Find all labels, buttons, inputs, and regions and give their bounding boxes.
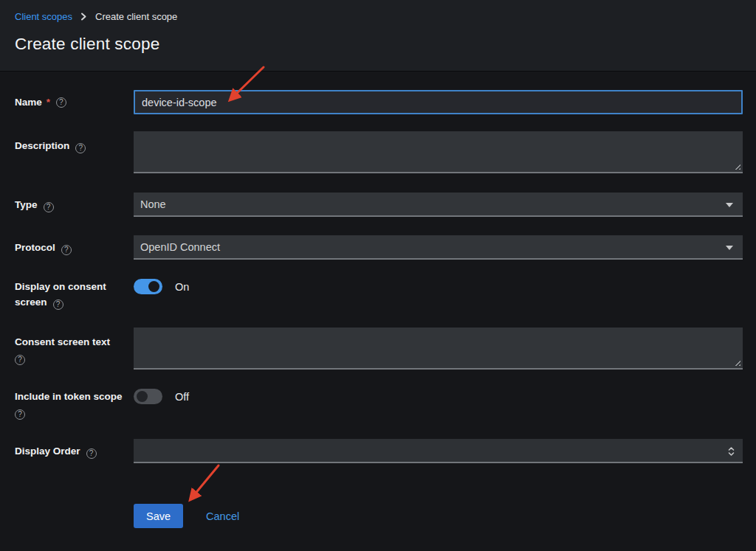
chevron-right-icon xyxy=(80,13,87,21)
protocol-row: Protocol? OpenID Connect xyxy=(15,235,743,260)
breadcrumb-current: Create client scope xyxy=(95,11,177,22)
include-in-token-scope-row: Include in token scope ? Off xyxy=(15,389,743,421)
help-icon[interactable]: ? xyxy=(61,245,72,255)
description-textarea[interactable] xyxy=(134,131,743,173)
toggle-knob xyxy=(148,281,159,292)
save-button[interactable]: Save xyxy=(134,504,183,528)
create-client-scope-form: Name * ? Description? Type? xyxy=(0,72,756,528)
help-icon[interactable]: ? xyxy=(15,409,25,420)
help-icon[interactable]: ? xyxy=(15,355,25,365)
number-stepper-icon[interactable] xyxy=(727,446,735,457)
name-row: Name * ? xyxy=(15,90,743,114)
help-icon[interactable]: ? xyxy=(56,97,66,108)
type-label: Type? xyxy=(15,197,134,212)
breadcrumb: Client scopes Create client scope xyxy=(15,11,738,22)
actions-spacer xyxy=(15,504,134,528)
display-order-label-text: Display Order xyxy=(15,446,80,457)
type-selected-value: None xyxy=(140,198,166,210)
help-icon[interactable]: ? xyxy=(75,143,86,153)
display-order-row: Display Order? xyxy=(15,439,743,463)
page-header: Client scopes Create client scope Create… xyxy=(0,0,756,72)
include-in-token-scope-state: Off xyxy=(175,391,189,403)
consent-screen-text-row: Consent screen text ? xyxy=(15,328,743,370)
protocol-select[interactable]: OpenID Connect xyxy=(134,235,743,260)
consent-screen-text-label: Consent screen text ? xyxy=(15,328,134,370)
help-icon[interactable]: ? xyxy=(44,202,54,212)
include-in-token-scope-label: Include in token scope ? xyxy=(15,389,134,421)
type-row: Type? None xyxy=(15,193,743,217)
name-label: Name * ? xyxy=(15,94,134,110)
form-actions-row: Save Cancel xyxy=(15,504,743,528)
display-order-label: Display Order? xyxy=(15,443,134,459)
description-label: Description? xyxy=(15,131,134,173)
display-on-consent-row: Display on consent screen? On xyxy=(15,279,743,311)
description-label-text: Description xyxy=(15,140,69,151)
consent-screen-text-textarea[interactable] xyxy=(134,328,743,370)
required-asterisk: * xyxy=(47,94,50,110)
display-on-consent-label: Display on consent screen? xyxy=(15,279,134,311)
include-in-token-scope-label-text: Include in token scope xyxy=(15,391,123,402)
name-input[interactable] xyxy=(134,90,743,114)
display-order-input[interactable] xyxy=(134,439,743,463)
consent-screen-text-label-text: Consent screen text xyxy=(15,336,110,347)
cancel-link[interactable]: Cancel xyxy=(206,510,239,522)
help-icon[interactable]: ? xyxy=(53,299,63,310)
type-select[interactable]: None xyxy=(134,193,743,217)
create-client-scope-page: Client scopes Create client scope Create… xyxy=(0,0,756,551)
dropdown-caret-icon xyxy=(726,203,733,207)
protocol-label-text: Protocol xyxy=(15,242,55,253)
display-on-consent-toggle[interactable] xyxy=(134,279,162,294)
include-in-token-scope-toggle[interactable] xyxy=(134,389,162,404)
breadcrumb-link-client-scopes[interactable]: Client scopes xyxy=(15,11,72,22)
name-label-text: Name xyxy=(15,94,42,110)
protocol-selected-value: OpenID Connect xyxy=(140,241,220,253)
page-title: Create client scope xyxy=(15,35,738,54)
type-label-text: Type xyxy=(15,199,38,210)
dropdown-caret-icon xyxy=(726,246,733,250)
display-on-consent-state: On xyxy=(175,281,189,293)
protocol-label: Protocol? xyxy=(15,240,134,255)
toggle-knob xyxy=(137,391,148,402)
help-icon[interactable]: ? xyxy=(86,448,97,459)
description-row: Description? xyxy=(15,131,743,173)
